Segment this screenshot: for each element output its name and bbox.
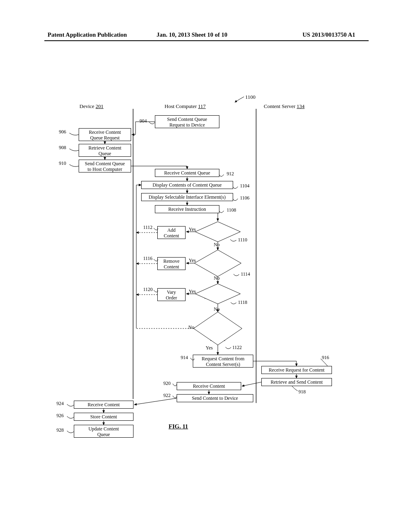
step-1112: AddContent	[157, 226, 186, 239]
step-920: Receive Content	[177, 382, 241, 390]
header-rule	[44, 40, 369, 41]
step-906: Receive ContentQueue Request	[79, 128, 131, 141]
ref-904: 904	[140, 118, 147, 124]
step-1120: VaryOrder	[157, 288, 186, 301]
step-908: Retrieve ContentQueue	[79, 144, 131, 157]
header-left: Patent Application Publication	[48, 31, 127, 38]
figure-pointer: 1100	[245, 94, 256, 100]
ref-916: 916	[322, 355, 329, 361]
yes-1110: Yes	[189, 227, 196, 233]
ref-910: 910	[59, 160, 66, 166]
lane-host-title: Host Computer 117	[165, 103, 206, 110]
diamond-1110-text: Instruction toAdd Content	[200, 226, 235, 238]
no-1118: No	[214, 306, 220, 312]
step-922: Send Content to Device	[177, 394, 253, 402]
ref-924: 924	[56, 401, 64, 407]
step-912: Receive Content Queue	[155, 169, 219, 177]
no-1114: No	[214, 275, 220, 281]
ref-918: 918	[298, 389, 306, 395]
ref-1114: 1114	[241, 271, 250, 277]
step-910: Send Content Queueto Host Computer	[79, 160, 131, 172]
lane-server-title: Content Server 134	[264, 103, 305, 110]
ref-920: 920	[163, 380, 171, 387]
step-926: Store Content	[74, 413, 133, 421]
step-918: Retrieve and Send Content	[261, 378, 332, 386]
yes-1114: Yes	[189, 258, 196, 264]
ref-906: 906	[59, 129, 66, 135]
ref-1118: 1118	[238, 299, 247, 305]
ref-1104: 1104	[240, 183, 250, 189]
svg-line-35	[134, 398, 177, 405]
ref-922: 922	[163, 393, 171, 399]
step-1104: Display Contents of Content Queue	[141, 181, 233, 189]
step-1116: RemoveContent	[157, 257, 186, 270]
ref-1120: 1120	[143, 287, 153, 293]
step-904: Send Content QueueRequest to Device	[155, 115, 219, 128]
no-1110: No	[214, 242, 220, 248]
ref-1122: 1122	[232, 345, 242, 351]
page: Patent Application Publication Jan. 10, …	[0, 0, 413, 532]
ref-926: 926	[56, 413, 64, 419]
ref-914: 914	[181, 355, 188, 361]
no-1122: No	[188, 324, 194, 330]
ref-912: 912	[227, 171, 234, 177]
ref-908: 908	[59, 145, 66, 151]
step-1106: Display Selectable Interface Element(s)	[141, 193, 233, 201]
step-924: Receive Content	[74, 401, 133, 409]
ref-1108: 1108	[227, 207, 236, 213]
diamond-1114-text: Instructionto RemoveContent	[200, 255, 235, 273]
lane-device-title: Device 201	[79, 103, 104, 110]
ref-928: 928	[56, 427, 64, 433]
svg-line-33	[242, 382, 261, 386]
figure-title: FIG. 11	[169, 423, 188, 430]
yes-1118: Yes	[189, 289, 196, 295]
ref-1112: 1112	[143, 224, 152, 231]
step-928: Update ContentQueue	[74, 425, 133, 438]
diamond-1122-text: Instructionto DownloadQueuedContent	[200, 318, 235, 343]
step-1108: Receive Instruction	[155, 205, 219, 213]
ref-1106: 1106	[240, 195, 250, 201]
ref-1116: 1116	[143, 256, 152, 262]
header-right: US 2013/0013750 A1	[302, 31, 355, 38]
step-916: Receive Request for Content	[261, 366, 332, 374]
diamond-1118-text: Instructionto Vary Order	[200, 288, 235, 300]
header-mid: Jan. 10, 2013 Sheet 10 of 10	[156, 31, 227, 38]
yes-1122: Yes	[206, 345, 213, 351]
ref-1110: 1110	[238, 237, 247, 243]
step-914: Request Content fromContent Server(s)	[193, 355, 253, 368]
